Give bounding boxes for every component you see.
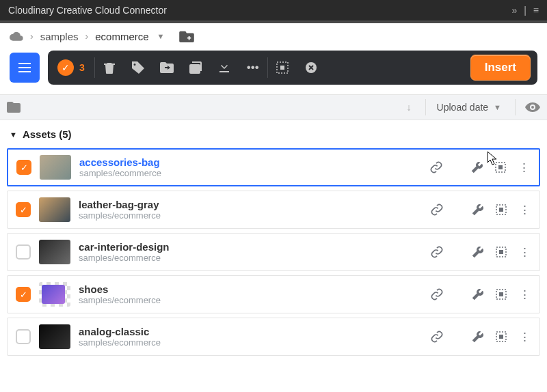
wrench-icon[interactable] [471, 204, 485, 216]
asset-row[interactable]: analog-classic samples/ecommerce ⋮ [7, 318, 540, 356]
kebab-icon[interactable]: ⋮ [518, 203, 531, 217]
svg-rect-8 [499, 250, 503, 254]
link-icon[interactable] [430, 330, 444, 344]
collapse-icon[interactable]: » [511, 5, 517, 16]
wrench-icon[interactable] [471, 246, 485, 258]
svg-rect-1 [280, 66, 284, 70]
main-toolbar-row: ✓ 3 ••• Insert [0, 51, 547, 94]
asset-name[interactable]: accessories-bag [79, 156, 230, 168]
breadcrumb: › samples › ecommerce ▼ [0, 23, 547, 51]
caret-down-icon[interactable]: ▼ [157, 32, 165, 40]
crop-icon[interactable] [494, 246, 508, 258]
caret-down-icon[interactable]: ▼ [494, 103, 501, 111]
kebab-icon[interactable]: ⋮ [518, 288, 531, 302]
chevron-right-icon: › [30, 31, 34, 42]
selection-badge: ✓ 3 [48, 51, 94, 85]
wrench-icon[interactable] [471, 288, 485, 300]
collections-button[interactable] [181, 51, 210, 85]
separator [515, 99, 516, 115]
visibility-button[interactable] [525, 102, 540, 112]
link-icon[interactable] [430, 245, 444, 259]
checkbox[interactable]: ✓ [16, 160, 31, 175]
thumbnail[interactable] [40, 155, 71, 180]
sort-label[interactable]: Upload date [437, 102, 489, 113]
checkbox[interactable]: ✓ [16, 287, 31, 302]
thumbnail[interactable] [39, 324, 70, 349]
asset-path: samples/ecommerce [79, 253, 229, 263]
svg-rect-12 [499, 335, 503, 339]
asset-name[interactable]: leather-bag-gray [79, 199, 229, 210]
delete-button[interactable] [95, 51, 124, 85]
section-title: Assets (5) [23, 128, 72, 140]
tag-button[interactable] [124, 51, 152, 85]
thumbnail[interactable] [39, 282, 70, 307]
kebab-icon[interactable]: ⋮ [518, 245, 531, 260]
asset-name[interactable]: analog-classic [79, 326, 229, 337]
svg-rect-10 [499, 292, 503, 296]
breadcrumb-item-samples[interactable]: samples [40, 31, 79, 42]
thumbnail[interactable] [39, 240, 70, 264]
wrench-icon[interactable] [471, 331, 485, 343]
action-toolbar: ✓ 3 ••• Insert [48, 51, 537, 85]
svg-rect-4 [498, 165, 503, 169]
titlebar: Cloudinary Creative Cloud Connector » | … [0, 0, 547, 20]
insert-button[interactable]: Insert [470, 55, 531, 81]
asset-row[interactable]: ✓ shoes samples/ecommerce ⋮ [7, 275, 540, 313]
link-icon[interactable] [430, 288, 444, 301]
section-header[interactable]: ▼ Assets (5) [0, 120, 547, 148]
asset-path: samples/ecommerce [79, 210, 229, 221]
crop-icon[interactable] [494, 288, 508, 300]
kebab-icon[interactable]: ⋮ [517, 160, 531, 175]
asset-list: ✓ accessories-bag samples/ecommerce ⋮ ✓ … [0, 148, 547, 367]
folder-icon[interactable] [7, 102, 21, 113]
sort-direction-button[interactable]: ↓ [407, 102, 412, 113]
thumbnail[interactable] [39, 197, 70, 222]
clear-selection-button[interactable] [297, 51, 325, 85]
move-folder-button[interactable] [152, 51, 181, 85]
more-button[interactable]: ••• [239, 51, 267, 85]
asset-row[interactable]: car-interior-design samples/ecommerce ⋮ [7, 233, 540, 271]
selection-count: 3 [79, 62, 85, 73]
chevron-right-icon: › [85, 31, 89, 42]
crop-icon[interactable] [494, 331, 508, 343]
svg-rect-6 [499, 208, 503, 212]
cloud-icon[interactable] [10, 31, 23, 41]
asset-name[interactable]: car-interior-design [79, 241, 229, 253]
divider-icon: | [524, 5, 526, 16]
kebab-icon[interactable]: ⋮ [518, 330, 531, 344]
asset-path: samples/ecommerce [79, 337, 229, 348]
checkbox[interactable] [16, 329, 31, 344]
asset-name[interactable]: shoes [79, 283, 229, 295]
link-icon[interactable] [430, 203, 444, 216]
crop-icon[interactable] [494, 204, 508, 216]
panel-menu-icon[interactable]: ≡ [533, 5, 539, 16]
wrench-icon[interactable] [470, 161, 484, 173]
asset-path: samples/ecommerce [79, 295, 229, 305]
breadcrumb-item-ecommerce[interactable]: ecommerce [95, 31, 148, 42]
selection-check-icon[interactable]: ✓ [57, 59, 74, 76]
separator [425, 99, 426, 115]
caret-down-icon: ▼ [10, 130, 17, 139]
select-pattern-button[interactable] [268, 51, 297, 85]
menu-button[interactable] [10, 53, 40, 83]
crop-icon[interactable] [494, 161, 507, 173]
sort-bar: ↓ Upload date ▼ [0, 94, 547, 120]
app-title: Cloudinary Creative Cloud Connector [8, 5, 167, 16]
link-icon[interactable] [429, 160, 443, 174]
asset-path: samples/ecommerce [79, 168, 230, 178]
asset-row[interactable]: ✓ leather-bag-gray samples/ecommerce ⋮ [7, 191, 540, 229]
checkbox[interactable]: ✓ [16, 202, 31, 217]
checkbox[interactable] [16, 244, 31, 260]
asset-row[interactable]: ✓ accessories-bag samples/ecommerce ⋮ [7, 148, 540, 186]
download-button[interactable] [210, 51, 239, 85]
add-folder-button[interactable] [179, 30, 194, 42]
